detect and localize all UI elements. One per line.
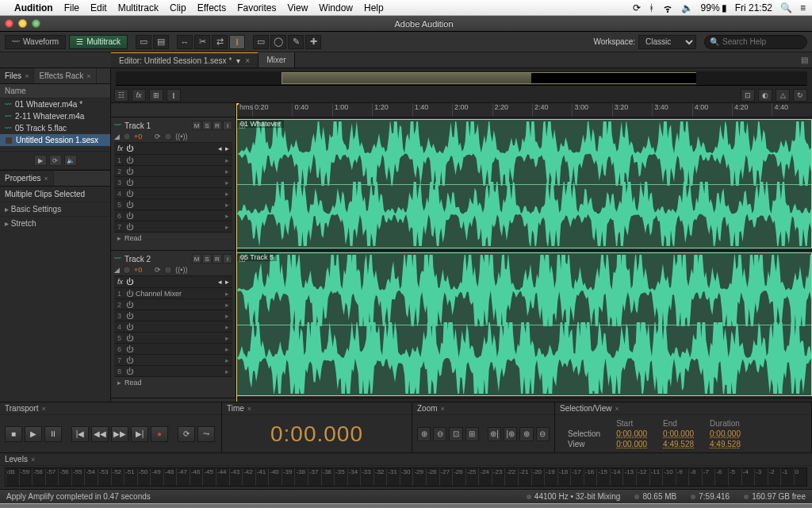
heal-tool[interactable]: ✚ <box>305 35 321 49</box>
power-icon[interactable]: ⏻ <box>125 368 133 375</box>
wrap-button[interactable]: ↻ <box>793 89 807 102</box>
track-header[interactable]: 〰Track 2 MSRI ◢+0 ⟳((•)) fx⏻◂▸ 1⏻Channel… <box>111 251 236 398</box>
power-icon[interactable]: ⏻ <box>125 223 133 231</box>
close-icon[interactable]: × <box>245 56 250 65</box>
go-start-button[interactable]: |◀ <box>71 426 89 442</box>
tab-dropdown-icon[interactable]: ▾ <box>236 56 240 65</box>
overview-region[interactable] <box>282 72 696 84</box>
zoom-selection-button[interactable]: ⊞ <box>465 427 479 441</box>
search-help[interactable]: 🔍 <box>704 35 807 49</box>
close-icon[interactable]: × <box>86 72 90 80</box>
status-sync-icon[interactable]: ⟳ <box>633 2 641 13</box>
audio-clip[interactable]: 05 Track 5 ◫ <box>236 252 812 396</box>
mute-button[interactable]: M <box>192 254 201 264</box>
properties-tab[interactable]: Properties× <box>0 171 54 186</box>
power-icon[interactable]: ⏻ <box>126 278 133 286</box>
fx-next-icon[interactable]: ▸ <box>225 278 229 286</box>
chevron-right-icon[interactable]: ▸ <box>225 190 229 198</box>
zoom-out-full-button[interactable]: ⊡ <box>449 427 462 441</box>
zoom-window-button[interactable] <box>32 19 40 28</box>
power-icon[interactable]: ⏻ <box>125 201 133 209</box>
toggle-button[interactable]: ◐ <box>758 89 772 102</box>
menu-app[interactable]: Audition <box>14 2 53 13</box>
mini-loop-button[interactable]: ⟳ <box>49 155 62 166</box>
file-item[interactable]: 〰05 Track 5.flac <box>0 122 110 134</box>
chevron-right-icon[interactable]: ▸ <box>225 312 229 320</box>
go-end-button[interactable]: ▶| <box>131 426 148 442</box>
razor-tool[interactable]: ✂ <box>194 35 210 49</box>
status-bluetooth-icon[interactable]: ᚼ <box>649 2 654 13</box>
panel-menu-button[interactable]: ▤ <box>796 52 812 67</box>
menu-clip[interactable]: Clip <box>170 2 186 13</box>
prop-basic-settings[interactable]: Basic Settings <box>0 202 110 216</box>
volume-knob[interactable] <box>123 266 131 274</box>
power-icon[interactable]: ⏻ <box>125 312 133 320</box>
track-header[interactable]: 〰Track 1 MSRI ◢+0 ⟳((•)) fx⏻◂▸ 1⏻▸2⏻▸3⏻▸… <box>111 117 236 251</box>
power-icon[interactable]: ⏻ <box>125 167 133 175</box>
mute-button[interactable]: M <box>192 121 201 130</box>
notification-center-icon[interactable]: ≡ <box>800 2 806 13</box>
fx-prev-icon[interactable]: ◂ <box>218 144 222 152</box>
view-duration[interactable]: 4:49.528 <box>702 439 749 449</box>
lasso-tool[interactable]: ◯ <box>270 35 286 49</box>
rewind-button[interactable]: ◀◀ <box>91 426 109 442</box>
power-icon[interactable]: ⏻ <box>125 290 133 298</box>
close-icon[interactable]: × <box>615 405 619 413</box>
volume-value[interactable]: +0 <box>134 133 142 140</box>
fx-slot[interactable]: 1⏻Channel Mixer▸ <box>114 288 232 299</box>
menu-edit[interactable]: Edit <box>90 2 107 13</box>
fx-slot[interactable]: 5⏻▸ <box>114 333 232 344</box>
menu-effects[interactable]: Effects <box>197 2 226 13</box>
automation-mode[interactable]: Read <box>114 377 232 388</box>
record-arm-button[interactable]: R <box>213 121 222 130</box>
status-wifi-icon[interactable] <box>662 2 673 13</box>
view-end[interactable]: 4:49.528 <box>655 439 702 449</box>
slip-tool[interactable]: ⇄ <box>212 35 228 49</box>
power-icon[interactable]: ⏻ <box>125 345 133 353</box>
files-column-header[interactable]: Name <box>0 84 110 98</box>
mini-autoplay-button[interactable]: 🔈 <box>64 155 77 166</box>
selection-start[interactable]: 0:00.000 <box>608 429 655 439</box>
prop-stretch[interactable]: Stretch <box>0 216 110 230</box>
inputs-button[interactable]: ☷ <box>114 89 128 102</box>
fx-button[interactable]: fx <box>132 89 146 102</box>
files-tab[interactable]: Files× <box>0 68 34 83</box>
chevron-right-icon[interactable]: ▸ <box>225 301 229 309</box>
status-volume-icon[interactable]: 🔈 <box>681 2 693 13</box>
power-icon[interactable]: ⏻ <box>125 334 133 342</box>
pan-knob[interactable] <box>164 266 172 274</box>
volume-value[interactable]: +0 <box>134 266 142 274</box>
fx-slot[interactable]: 5⏻▸ <box>114 199 232 210</box>
selection-duration[interactable]: 0:00.000 <box>702 429 749 439</box>
fx-prev-icon[interactable]: ◂ <box>218 278 222 286</box>
menu-help[interactable]: Help <box>364 2 384 13</box>
zoom-out-v-button[interactable]: ⊖ <box>536 427 550 441</box>
workspace-select[interactable]: Classic <box>638 35 696 49</box>
tab-editor[interactable]: Editor: Untitled Session 1.sesx *▾× <box>111 52 259 67</box>
menu-window[interactable]: Window <box>319 2 353 13</box>
power-icon[interactable]: ⏻ <box>125 156 133 164</box>
track-lanes[interactable]: hms 0:200:401:001:201:402:002:202:403:00… <box>236 103 812 402</box>
fx-next-icon[interactable]: ▸ <box>225 144 229 152</box>
effects-rack-tab[interactable]: Effects Rack× <box>34 68 96 83</box>
tab-mixer[interactable]: Mixer <box>259 52 294 67</box>
chevron-right-icon[interactable]: ▸ <box>225 368 229 375</box>
menu-favorites[interactable]: Favorites <box>237 2 276 13</box>
fx-slot[interactable]: 2⏻▸ <box>114 299 232 310</box>
menu-multitrack[interactable]: Multitrack <box>118 2 159 13</box>
record-button[interactable]: ● <box>151 426 168 442</box>
waveform-mode-button[interactable]: 〰Waveform <box>5 35 66 49</box>
close-icon[interactable]: × <box>31 456 35 464</box>
multitrack-mode-button[interactable]: ☰Multitrack <box>69 35 128 49</box>
hud-toggle-button[interactable]: ▭ <box>136 35 151 49</box>
chevron-right-icon[interactable]: ▸ <box>225 179 229 187</box>
levels-meter[interactable]: dB-59-58-57-56-55-54-53-52-51-50-49-48-4… <box>5 468 807 487</box>
selection-end[interactable]: 0:00.000 <box>655 429 702 439</box>
menu-file[interactable]: File <box>64 2 79 13</box>
chevron-right-icon[interactable]: ▸ <box>225 156 229 164</box>
fx-slot[interactable]: 6⏻▸ <box>114 344 232 355</box>
forward-button[interactable]: ▶▶ <box>111 426 128 442</box>
power-icon[interactable]: ⏻ <box>125 212 133 220</box>
track-lane[interactable]: 05 Track 5 ◫ <box>236 251 812 398</box>
record-arm-button[interactable]: R <box>213 254 222 264</box>
